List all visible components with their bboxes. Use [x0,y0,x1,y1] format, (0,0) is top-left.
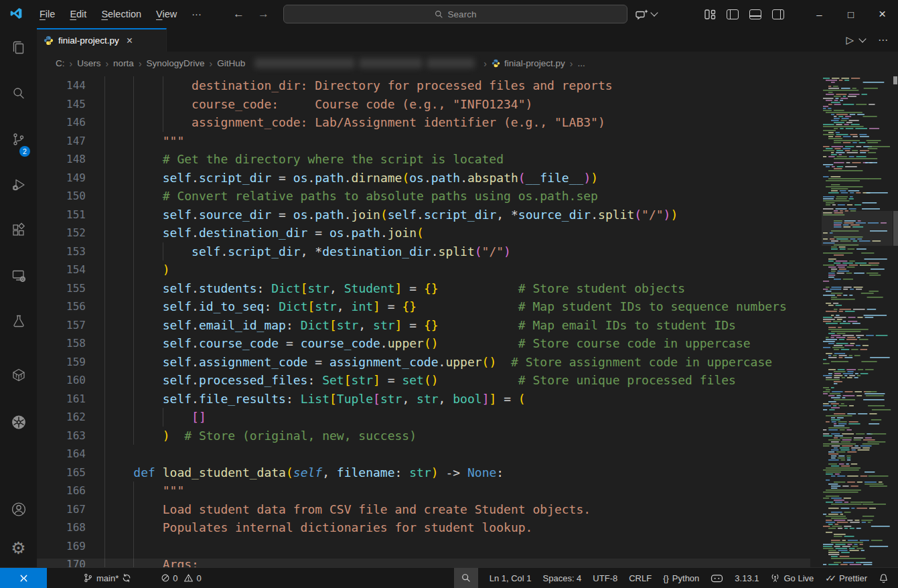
code-line[interactable]: 144 destination_dir: Directory for proce… [37,76,898,95]
indent-guide [104,427,105,445]
encoding-button[interactable]: UTF-8 [593,573,617,583]
settings-gear-icon[interactable]: ⚙ [11,538,25,558]
vscode-logo-icon [9,7,23,20]
vertical-scrollbar-thumb[interactable] [893,211,898,246]
explorer-icon[interactable] [11,40,27,56]
python-version-button[interactable]: 3.13.1 [735,573,759,583]
code-line[interactable]: 149 self.script_dir = os.path.dirname(os… [37,169,898,188]
breadcrumb-github[interactable]: GitHub [217,58,245,68]
code-line[interactable]: 167 Load student data from CSV file and … [37,500,898,519]
horizontal-scrollbar[interactable] [37,559,810,568]
problems-button[interactable]: 0 0 [161,573,201,583]
code-line[interactable]: 147 """ [37,132,898,151]
code-line[interactable]: 159 self.assignment_code = assignment_co… [37,353,898,372]
code-line[interactable]: 155 self.students: Dict[str, Student] = … [37,279,898,298]
code-line[interactable]: 165 def load_student_data(self, filename… [37,463,898,482]
search-input[interactable]: Search [283,5,627,23]
toggle-sidebar-icon[interactable] [727,9,739,19]
accounts-icon[interactable] [10,501,27,518]
line-number: 161 [37,390,86,409]
menu-view[interactable]: View [149,9,184,19]
toggle-secondary-sidebar-icon[interactable] [772,9,784,19]
tab-finial-project[interactable]: finial-project.py × [37,28,167,52]
breadcrumb-norta[interactable]: norta [113,58,134,68]
code-line[interactable]: 158 self.course_code = course_code.upper… [37,334,898,353]
eol-button[interactable]: CRLF [629,573,652,583]
kubernetes-icon[interactable] [10,414,27,431]
menu-overflow[interactable]: ··· [184,9,209,19]
tab-close-icon[interactable]: × [127,35,133,47]
code-line[interactable]: 166 """ [37,482,898,500]
code-line[interactable]: 153 self.script_dir, *destination_dir.sp… [37,242,898,261]
copilot-status-icon[interactable] [710,573,723,583]
code-line[interactable]: 151 self.source_dir = os.path.join(self.… [37,206,898,224]
code-line[interactable]: 152 self.destination_dir = os.path.join( [37,224,898,242]
search-sidebar-icon[interactable] [11,86,27,102]
code-line[interactable]: 164 [37,445,898,463]
source-control-icon[interactable] [11,131,27,147]
git-branch-button[interactable]: main* [83,573,131,583]
code-line[interactable]: 154 ) [37,261,898,279]
code-line[interactable]: 169 [37,537,898,556]
testing-icon[interactable] [11,313,27,329]
title-bar: File Edit Selection View ··· ← → Search [0,0,898,29]
redacted-breadcrumb-segment [427,58,475,68]
run-button[interactable]: ▷ [846,34,854,46]
menu-edit[interactable]: Edit [62,9,94,19]
indentation-button[interactable]: Spaces: 4 [543,573,582,583]
minimap-slider[interactable] [822,211,893,246]
back-arrow-icon[interactable]: ← [233,7,244,21]
close-button[interactable]: × [867,0,898,28]
customize-layout-icon[interactable] [704,9,716,19]
remote-explorer-icon[interactable] [11,268,27,284]
branch-name: main* [96,573,119,583]
prettier-button[interactable]: ✓✓ Prettier [825,573,867,583]
cursor-position-button[interactable]: Ln 1, Col 1 [490,573,532,583]
run-debug-icon[interactable] [11,177,27,193]
toggle-panel-icon[interactable] [749,9,761,19]
maximize-button[interactable]: □ [835,0,867,28]
menu-file[interactable]: File [32,9,62,19]
language-mode-button[interactable]: {} Python [663,573,699,583]
notifications-bell-icon[interactable] [879,573,889,583]
go-live-button[interactable]: Go Live [770,573,814,583]
code-editor[interactable]: 144 destination_dir: Directory for proce… [37,75,898,568]
remote-indicator-button[interactable] [0,568,47,588]
run-dropdown-icon[interactable] [858,35,866,42]
sync-icon[interactable] [122,573,131,583]
nav-arrows: ← → [233,0,269,28]
breadcrumb-synologydrive[interactable]: SynologyDrive [147,58,205,68]
breadcrumb-file[interactable]: finial-project.py [504,58,565,68]
extensions-icon[interactable] [11,222,27,238]
code-line[interactable]: 146 assignment_code: Lab/Assignment iden… [37,113,898,132]
code-line[interactable]: 161 self.file_results: List[Tuple[str, s… [37,390,898,409]
line-number: 155 [37,279,86,298]
forward-arrow-icon[interactable]: → [258,7,269,21]
copilot-button[interactable] [635,0,657,28]
code-line[interactable]: 157 self.email_id_map: Dict[str, str] = … [37,316,898,335]
braces-icon: {} [663,573,669,583]
python-file-icon [44,35,54,46]
code-line[interactable]: 148 # Get the directory where the script… [37,150,898,169]
breadcrumb-drive[interactable]: C: [56,58,65,68]
indent-guide [104,334,105,353]
code-line[interactable]: 150 # Convert relative paths to absolute… [37,187,898,206]
editor-more-actions[interactable]: ⋯ [878,34,889,46]
code-line[interactable]: 168 Populates internal dictionaries for … [37,518,898,537]
menu-selection[interactable]: Selection [94,9,149,19]
docker-icon[interactable] [11,367,27,383]
zoom-status-button[interactable] [454,568,478,588]
indent-guide [163,242,163,261]
code-line[interactable]: 163 ) # Store (original, new, success) [37,427,898,445]
indent-guide [133,537,134,556]
indent-guide [133,427,134,445]
breadcrumb-symbol-ellipsis[interactable]: ... [577,58,585,68]
code-line[interactable]: 156 self.id_to_seq: Dict[str, int] = {} … [37,297,898,316]
minimize-button[interactable]: – [804,0,835,28]
code-line[interactable]: 162 [] [37,408,898,427]
minimap[interactable] [822,75,893,568]
tab-label: finial-project.py [58,35,119,46]
code-line[interactable]: 160 self.processed_files: Set[str] = set… [37,371,898,390]
code-line[interactable]: 145 course_code: Course code (e.g., "INF… [37,95,898,114]
breadcrumb-users[interactable]: Users [77,58,100,68]
